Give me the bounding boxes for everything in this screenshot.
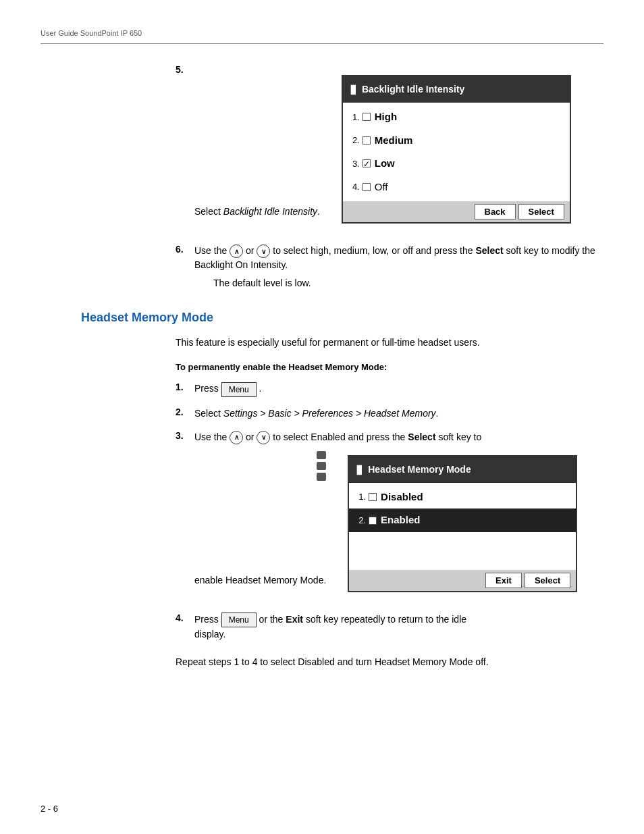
- step6-item: 6. Use the ∧ or ∨ to select high, medium…: [176, 244, 603, 290]
- headset-step1: 1. Press Menu .: [176, 382, 603, 396]
- backlight-row-1: 1. High: [343, 105, 570, 129]
- step4-prefix: Press: [194, 614, 219, 625]
- step5-section: 5. Select Backlight Idle Intensity. ▮ Ba…: [176, 64, 603, 290]
- step3-text: Use the: [194, 432, 227, 442]
- headset-select-button[interactable]: Select: [525, 573, 570, 588]
- step4-bold: Exit: [286, 614, 303, 625]
- headset-checkbox-1: [369, 493, 377, 501]
- page-header: User Guide SoundPoint IP 650: [41, 27, 603, 44]
- page: User Guide SoundPoint IP 650 5. Select B…: [0, 0, 644, 834]
- step6-text: Use the: [194, 245, 227, 256]
- headset-step3-content: Use the ∧ or ∨ to select Enabled and pre…: [194, 430, 603, 603]
- side-icon-3: [317, 473, 326, 481]
- headset-step3-number: 3.: [176, 430, 194, 441]
- step3-or: or: [246, 432, 254, 442]
- backlight-row-2: 2. Medium: [343, 129, 570, 153]
- backlight-label-4: Off: [375, 180, 388, 195]
- up-arrow-circle-2: ∧: [230, 431, 243, 444]
- backlight-row-4: 4. Off: [343, 176, 570, 199]
- headset-label-2: Enabled: [381, 513, 420, 528]
- backlight-row-3: 3. Low: [343, 152, 570, 176]
- side-icons: [317, 451, 326, 481]
- menu-button-1[interactable]: Menu: [221, 382, 257, 397]
- backlight-phone-ui: ▮ Backlight Idle Intensity 1. High 2.: [342, 75, 571, 224]
- backlight-checkbox-2: [363, 136, 371, 145]
- step6-content: Use the ∧ or ∨ to select high, medium, l…: [194, 244, 603, 290]
- repeat-note: Repeat steps 1 to 4 to select Disabled a…: [176, 655, 603, 669]
- backlight-ui-footer: Back Select: [343, 201, 570, 222]
- backlight-phone-wrapper: ▮ Backlight Idle Intensity 1. High 2.: [323, 64, 571, 234]
- up-arrow-1: ∧: [230, 244, 243, 258]
- headset-exit-button[interactable]: Exit: [485, 573, 522, 588]
- down-arrow-circle-2: ∨: [257, 431, 270, 444]
- headset-phone-wrapper: ▮ Headset Memory Mode 1. Disabled: [329, 444, 577, 603]
- backlight-ui-body: 1. High 2. Medium 3.: [343, 103, 570, 201]
- step6-note: The default level is low.: [213, 276, 603, 290]
- step5-number: 5.: [176, 64, 194, 75]
- page-number: 2 - 6: [41, 804, 58, 814]
- backlight-select-button[interactable]: Select: [518, 204, 564, 219]
- up-arrow-circle: ∧: [230, 244, 243, 258]
- down-arrow-2: ∨: [257, 431, 270, 444]
- backlight-checkbox-1: [363, 113, 371, 121]
- headset-section: Headset Memory Mode This feature is espe…: [41, 311, 603, 669]
- headset-ui-title: Headset Memory Mode: [368, 463, 471, 477]
- step2-suffix: .: [436, 408, 439, 419]
- step6-or: or: [246, 245, 254, 256]
- page-footer: 2 - 6: [41, 804, 58, 814]
- step4-suffix: soft key repeatedly to return to the idl…: [306, 614, 466, 625]
- backlight-ui-header: ▮ Backlight Idle Intensity: [343, 76, 570, 103]
- step6-number: 6.: [176, 244, 194, 255]
- backlight-checkbox-4: [363, 183, 371, 191]
- backlight-checkbox-3: [363, 159, 371, 167]
- step3-text3: soft key to: [438, 432, 481, 442]
- step5-item: 5. Select Backlight Idle Intensity. ▮ Ba…: [176, 64, 603, 234]
- step4-middle: or the: [259, 614, 286, 625]
- backlight-label-3: Low: [375, 156, 395, 172]
- backlight-back-button[interactable]: Back: [475, 204, 516, 219]
- headset-empty-space: [349, 532, 576, 567]
- section-heading: Headset Memory Mode: [81, 311, 603, 325]
- headset-steps: 1. Press Menu . 2. Select Settings > Bas…: [176, 382, 603, 642]
- headset-ui-footer: Exit Select: [349, 570, 576, 591]
- headset-row-1: 1. Disabled: [349, 486, 576, 509]
- headset-step1-number: 1.: [176, 382, 194, 392]
- subsection-heading: To permanently enable the Headset Memory…: [176, 362, 603, 372]
- section-intro: This feature is especially useful for pe…: [176, 336, 603, 350]
- step1-suffix: .: [259, 383, 262, 394]
- step3-bold: Select: [408, 432, 435, 442]
- step5-text-prefix: Select: [194, 206, 223, 217]
- headset-checkbox-2: [369, 517, 377, 525]
- backlight-label-1: High: [375, 109, 397, 125]
- side-icon-2: [317, 462, 326, 470]
- headset-step2-content: Select Settings > Basic > Preferences > …: [194, 407, 603, 421]
- backlight-ui-title: Backlight Idle Intensity: [362, 82, 464, 97]
- step4-text2: display.: [194, 629, 225, 640]
- headset-step1-content: Press Menu .: [194, 382, 603, 396]
- headset-step3: 3. Use the ∧ or ∨ to select Enabled and …: [176, 430, 603, 603]
- headset-ui-body: 1. Disabled 2. Enabled: [349, 483, 576, 570]
- step5-content: Select Backlight Idle Intensity. ▮ Backl…: [194, 64, 603, 234]
- menu-button-2[interactable]: Menu: [221, 613, 257, 627]
- step2-italic: Settings > Basic > Preferences > Headset…: [223, 408, 436, 419]
- headset-step4-content: Press Menu or the Exit soft key repeated…: [194, 613, 603, 642]
- down-arrow-1: ∨: [257, 244, 270, 258]
- headset-step2: 2. Select Settings > Basic > Preferences…: [176, 407, 603, 421]
- step3-text2: to select Enabled and press the: [273, 432, 405, 442]
- headset-step4-number: 4.: [176, 613, 194, 623]
- step2-prefix: Select: [194, 408, 223, 419]
- up-arrow-2: ∧: [230, 431, 243, 444]
- headset-ui-header: ▮ Headset Memory Mode: [349, 457, 576, 483]
- step5-text-suffix: .: [317, 206, 320, 217]
- down-arrow-circle: ∨: [257, 244, 270, 258]
- headset-step4: 4. Press Menu or the Exit soft key repea…: [176, 613, 603, 642]
- side-icon-1: [317, 451, 326, 459]
- step6-bold: Select: [475, 245, 503, 256]
- backlight-label-2: Medium: [375, 133, 413, 149]
- step6-text2: to select high, medium, low, or off and …: [273, 245, 473, 256]
- headset-phone-icon: ▮: [356, 461, 363, 479]
- step1-prefix: Press: [194, 383, 219, 394]
- headset-step2-number: 2.: [176, 407, 194, 417]
- headset-label-1: Disabled: [381, 490, 423, 505]
- headset-row-2: 2. Enabled: [349, 509, 576, 532]
